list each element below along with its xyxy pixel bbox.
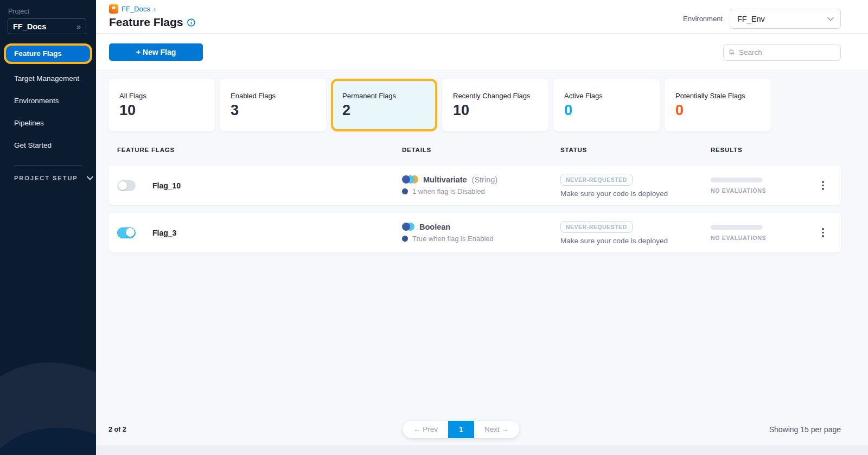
footer: 2 of 2 ← Prev 1 Next → Showing 15 per pa… xyxy=(108,421,841,445)
flag-details: Multivariate (String) 1 when flag is Dis… xyxy=(402,175,560,195)
evaluations-text: NO EVALUATIONS xyxy=(711,235,816,241)
current-page-button[interactable]: 1 xyxy=(448,421,474,438)
double-chevron-icon[interactable]: » xyxy=(76,22,81,31)
page-header: FF_Docs › Feature Flags Environment FF_E… xyxy=(96,0,868,34)
project-setup-section[interactable]: PROJECT SETUP xyxy=(14,175,96,181)
flag-toggle-on[interactable] xyxy=(117,228,136,238)
stat-card-enabled-flags[interactable]: Enabled Flags 3 xyxy=(220,79,326,131)
project-setup-label: PROJECT SETUP xyxy=(14,175,78,181)
chevron-down-icon xyxy=(827,17,834,21)
stat-label: Recently Changed Flags xyxy=(453,92,548,100)
sidebar-item-environments[interactable]: Environments xyxy=(0,90,96,112)
sidebar-item-target-management[interactable]: Target Management xyxy=(0,67,96,90)
flag-status: NEVER-REQUESTED Make sure your code is d… xyxy=(560,221,711,245)
table-header: FEATURE FLAGS DETAILS STATUS RESULTS xyxy=(108,142,841,158)
stat-value: 3 xyxy=(231,102,326,119)
search-input[interactable] xyxy=(739,48,835,56)
flag-name[interactable]: Flag_10 xyxy=(152,181,181,190)
evaluations-text: NO EVALUATIONS xyxy=(711,187,816,194)
flag-type-suffix: (String) xyxy=(472,175,498,184)
page-title: Feature Flags xyxy=(109,16,183,29)
flag-details: Boolean True when flag is Enabled xyxy=(402,223,560,243)
stat-label: Active Flags xyxy=(564,92,660,100)
status-badge: NEVER-REQUESTED xyxy=(560,221,633,233)
feature-flags-module-icon xyxy=(109,4,118,14)
stat-label: Enabled Flags xyxy=(231,92,326,100)
column-header-feature-flags: FEATURE FLAGS xyxy=(117,147,402,153)
next-page-button[interactable]: Next → xyxy=(474,421,519,438)
table-row[interactable]: Flag_10 Multivariate (String) 1 when fla… xyxy=(108,166,841,205)
variation-bullet-icon xyxy=(402,236,408,242)
stat-value: 0 xyxy=(564,102,660,119)
new-flag-button[interactable]: + New Flag xyxy=(109,43,203,61)
row-count: 2 of 2 xyxy=(108,426,190,433)
variation-bullet-icon xyxy=(402,188,408,194)
kebab-menu-icon[interactable] xyxy=(816,178,829,194)
flag-type: Boolean xyxy=(419,223,450,231)
title-block: FF_Docs › Feature Flags xyxy=(109,4,195,29)
sidebar-divider xyxy=(14,165,82,166)
environment-value: FF_Env xyxy=(737,15,765,23)
app-window: Project FF_Docs » Feature Flags Target M… xyxy=(0,0,868,455)
default-rule-text: True when flag is Enabled xyxy=(412,235,494,243)
status-hint: Make sure your code is deployed xyxy=(560,237,711,245)
toolbar: + New Flag xyxy=(96,34,868,71)
environment-select[interactable]: FF_Env xyxy=(730,9,841,29)
breadcrumb-project-link[interactable]: FF_Docs xyxy=(122,5,150,13)
default-rule-text: 1 when flag is Disabled xyxy=(412,187,485,195)
stat-cards: All Flags 10 Enabled Flags 3 Permanent F… xyxy=(108,79,841,131)
sidebar-item-label: Feature Flags xyxy=(6,46,90,62)
stat-card-potentially-stale-flags[interactable]: Potentially Stale Flags 0 xyxy=(665,79,771,131)
kebab-menu-icon[interactable] xyxy=(816,225,829,241)
stat-value: 2 xyxy=(342,102,435,119)
stat-value: 0 xyxy=(675,102,771,119)
status-hint: Make sure your code is deployed xyxy=(560,189,711,198)
chevron-right-icon: › xyxy=(154,5,156,13)
project-label: Project xyxy=(8,8,96,15)
sidebar: Project FF_Docs » Feature Flags Target M… xyxy=(0,0,96,455)
pagination: ← Prev 1 Next → xyxy=(403,421,519,438)
table-row[interactable]: Flag_3 Boolean True when flag is Enabled… xyxy=(108,213,841,252)
flag-type: Multivariate xyxy=(423,175,467,184)
info-icon[interactable] xyxy=(187,18,195,27)
boolean-icon xyxy=(402,223,414,231)
flag-results: NO EVALUATIONS xyxy=(711,225,816,241)
main-area: FF_Docs › Feature Flags Environment FF_E… xyxy=(96,0,868,455)
flag-status: NEVER-REQUESTED Make sure your code is d… xyxy=(560,174,711,198)
environment-group: Environment FF_Env xyxy=(683,9,841,29)
prev-page-button[interactable]: ← Prev xyxy=(403,421,448,438)
stat-card-all-flags[interactable]: All Flags 10 xyxy=(108,79,215,131)
stat-label: Potentially Stale Flags xyxy=(675,92,771,100)
stat-value: 10 xyxy=(119,102,215,119)
stat-value: 10 xyxy=(453,102,548,119)
environment-label: Environment xyxy=(683,15,723,23)
search-box xyxy=(723,44,841,61)
flag-results: NO EVALUATIONS xyxy=(711,178,816,194)
sidebar-item-pipelines[interactable]: Pipelines xyxy=(0,112,96,134)
project-name: FF_Docs xyxy=(13,22,46,31)
status-badge: NEVER-REQUESTED xyxy=(560,174,633,186)
column-header-status: STATUS xyxy=(560,147,711,153)
stat-label: All Flags xyxy=(119,92,215,100)
evaluations-bar xyxy=(711,225,762,230)
flag-toggle-off[interactable] xyxy=(117,180,136,191)
bottom-strip xyxy=(96,445,868,455)
multivariate-icon xyxy=(402,175,418,184)
sidebar-item-get-started[interactable]: Get Started xyxy=(0,134,96,156)
column-header-results: RESULTS xyxy=(711,147,816,153)
evaluations-bar xyxy=(711,178,762,182)
flag-name[interactable]: Flag_3 xyxy=(152,229,176,237)
chevron-down-icon xyxy=(87,176,93,180)
page-size-text: Showing 15 per page xyxy=(732,425,841,434)
stat-card-active-flags[interactable]: Active Flags 0 xyxy=(553,79,660,131)
search-icon xyxy=(729,48,735,56)
sidebar-item-feature-flags[interactable]: Feature Flags xyxy=(4,43,92,64)
column-header-details: DETAILS xyxy=(402,147,560,153)
stat-card-permanent-flags-highlighted[interactable]: Permanent Flags 2 xyxy=(331,79,437,131)
content-area: All Flags 10 Enabled Flags 3 Permanent F… xyxy=(96,71,868,455)
stat-card-recently-changed-flags[interactable]: Recently Changed Flags 10 xyxy=(442,79,548,131)
project-selector[interactable]: FF_Docs » xyxy=(8,18,86,34)
breadcrumb: FF_Docs › xyxy=(109,4,195,14)
stat-label: Permanent Flags xyxy=(342,92,435,100)
